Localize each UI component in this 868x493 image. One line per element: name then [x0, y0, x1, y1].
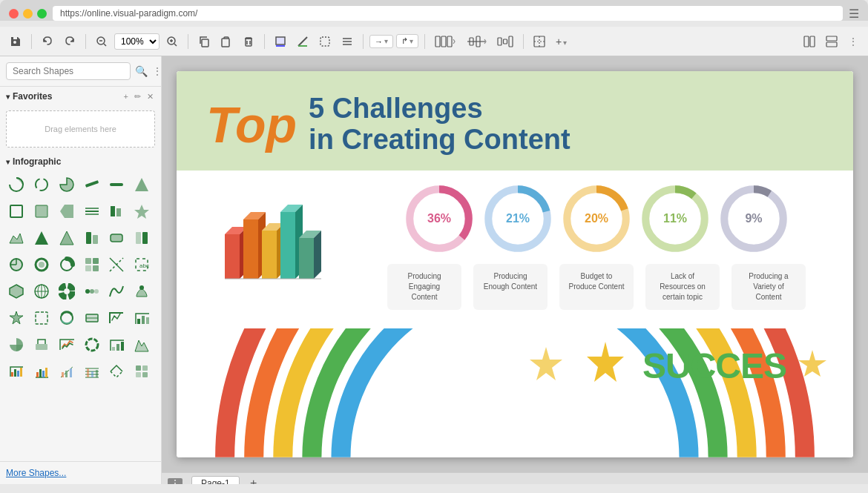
connector2-dropdown[interactable]: ▾ [410, 37, 413, 45]
shape-item[interactable] [106, 361, 127, 382]
shape-item[interactable] [82, 254, 102, 275]
shape-item[interactable] [82, 228, 102, 248]
shape-item[interactable] [131, 361, 152, 382]
zoom-control[interactable]: 100% 75% 50% 150% [114, 33, 160, 50]
shape-item[interactable] [31, 334, 52, 355]
add-page-button[interactable]: + [246, 475, 262, 485]
shape-item[interactable] [6, 361, 27, 382]
shape-item[interactable] [31, 308, 52, 328]
favorites-section-header[interactable]: ▾ Favorites + ✏ ✕ [0, 87, 161, 106]
shape-item[interactable] [82, 174, 102, 195]
copy-button[interactable] [194, 33, 214, 50]
shape-item[interactable] [6, 201, 27, 222]
svg-marker-46 [35, 231, 48, 245]
line-color-button[interactable] [293, 33, 312, 50]
undo-button[interactable] [38, 33, 57, 50]
infographic-section-header[interactable]: ▾ Infographic [0, 152, 161, 171]
grid-button[interactable] [530, 33, 549, 50]
save-button[interactable] [6, 33, 25, 50]
separator-7 [523, 34, 524, 49]
search-input[interactable] [6, 62, 131, 80]
shape-item[interactable] [56, 281, 77, 302]
shape-item[interactable] [31, 254, 52, 275]
shapes-grid-8 [0, 358, 161, 385]
favorites-add-button[interactable]: + [122, 92, 130, 102]
shape-item[interactable] [131, 201, 152, 222]
svg-rect-44 [116, 208, 121, 216]
maximize-dot[interactable] [37, 9, 47, 19]
shape-item[interactable] [56, 228, 77, 248]
split-vertical-button[interactable] [800, 33, 819, 50]
close-dot[interactable] [9, 9, 19, 19]
shape-item[interactable] [131, 174, 152, 195]
shape-item[interactable] [56, 308, 77, 328]
shape-item[interactable] [82, 201, 102, 222]
shape-item[interactable] [56, 254, 77, 275]
shape-item[interactable] [131, 334, 152, 355]
connector-dropdown[interactable]: ▾ [384, 37, 388, 45]
shape-item[interactable] [6, 308, 27, 328]
connector-button[interactable]: → ▾ [369, 35, 393, 48]
search-bar: 🔍 ⋮ [0, 56, 161, 87]
url-bar[interactable]: https://online.visual-paradigm.com/ [53, 6, 843, 21]
minimize-dot[interactable] [23, 9, 33, 19]
shape-item[interactable] [31, 361, 52, 382]
connector2-button[interactable]: ↱ ▾ [396, 34, 418, 48]
sidebar-menu-button[interactable]: ⋮ [152, 65, 162, 77]
shape-item[interactable] [56, 174, 77, 195]
browser-menu-icon[interactable]: ☰ [849, 7, 859, 21]
zoom-in-button[interactable] [162, 33, 182, 50]
bottom-dots-button[interactable]: ⋮ [168, 478, 183, 485]
svg-rect-99 [65, 371, 68, 377]
add-shape-button[interactable]: +▾ [552, 33, 574, 50]
shape-item[interactable] [6, 281, 27, 302]
shape-item[interactable] [106, 228, 127, 248]
shape-item[interactable] [82, 308, 102, 328]
shape-item[interactable] [82, 361, 102, 382]
shape-item[interactable] [6, 334, 27, 355]
view-more-button[interactable]: ⋮ [844, 33, 862, 50]
more-style-button[interactable] [338, 33, 357, 50]
shape-item[interactable] [31, 281, 52, 302]
shape-item[interactable] [56, 334, 77, 355]
shape-item[interactable] [106, 201, 127, 222]
align-button[interactable] [462, 33, 490, 50]
shape-item[interactable] [56, 361, 77, 382]
distribute-button[interactable] [493, 33, 517, 50]
shape-item[interactable] [6, 174, 27, 195]
more-shapes-link[interactable]: More Shapes... [0, 461, 161, 484]
favorites-close-button[interactable]: ✕ [145, 92, 155, 102]
paste-button[interactable] [217, 33, 236, 50]
shape-item[interactable] [82, 281, 102, 302]
redo-button[interactable] [60, 33, 79, 50]
shape-item[interactable] [56, 201, 77, 222]
shape-item[interactable] [31, 174, 52, 195]
shape-item[interactable] [106, 281, 127, 302]
delete-button[interactable] [239, 33, 258, 50]
shape-item[interactable] [106, 334, 127, 355]
shape-item[interactable] [131, 308, 152, 328]
shape-item[interactable] [6, 228, 27, 248]
layout-button[interactable] [431, 33, 459, 50]
shape-item[interactable] [106, 254, 127, 275]
shape-item[interactable] [131, 228, 152, 248]
split-horizontal-button[interactable] [822, 33, 841, 50]
svg-marker-47 [60, 231, 73, 245]
fill-color-button[interactable] [271, 33, 290, 50]
canvas[interactable]: Top 5 Challenges in Creating Content [177, 71, 853, 457]
shape-item[interactable] [131, 281, 152, 302]
zoom-select[interactable]: 100% 75% 50% 150% [114, 33, 160, 50]
shape-item[interactable] [82, 334, 102, 355]
shape-item[interactable]: abc [131, 254, 152, 275]
shape-item[interactable] [106, 174, 127, 195]
page-tab-1[interactable]: Page-1 [191, 476, 240, 485]
sidebar-resize-handle[interactable] [323, 56, 326, 484]
shape-item[interactable] [31, 201, 52, 222]
shape-style-button[interactable] [315, 33, 335, 50]
search-button[interactable]: 🔍 [135, 65, 148, 77]
zoom-out-button[interactable] [92, 33, 111, 50]
shape-item[interactable] [31, 228, 52, 248]
shape-item[interactable] [106, 308, 127, 328]
favorites-edit-button[interactable]: ✏ [133, 92, 142, 102]
shape-item[interactable] [6, 254, 27, 275]
